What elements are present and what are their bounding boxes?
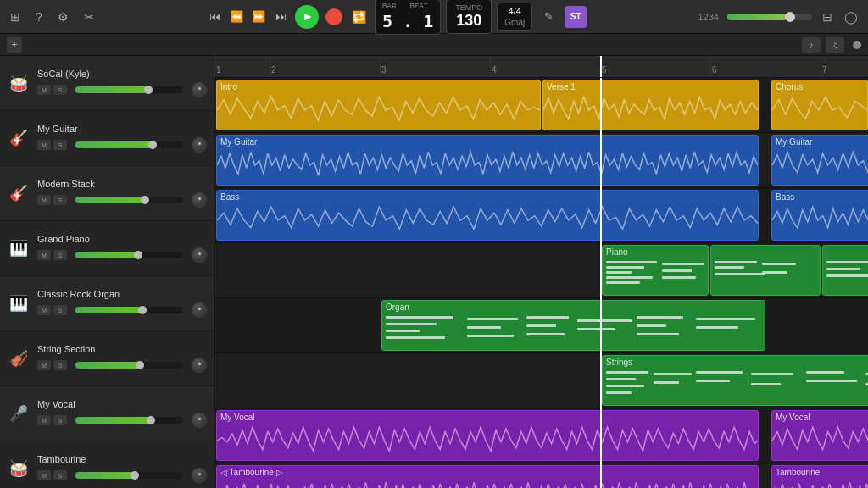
clip-vocal2[interactable]: My Vocal bbox=[771, 410, 868, 461]
master-volume-slider[interactable] bbox=[727, 14, 812, 20]
clip-piano3[interactable] bbox=[822, 245, 868, 296]
pan-knob-organ[interactable] bbox=[192, 302, 207, 318]
volume-guitar[interactable] bbox=[75, 141, 183, 148]
volume-grandpiano[interactable] bbox=[75, 252, 183, 258]
track-name-tambourine: Tambourine bbox=[37, 454, 207, 464]
track-name-vocal: My Vocal bbox=[37, 399, 207, 409]
clip-myguitar1[interactable]: My Guitar bbox=[216, 135, 759, 186]
pan-knob-grandpiano[interactable] bbox=[192, 247, 207, 263]
track-item-socal[interactable]: 🥁 SoCal (Kyle) M S bbox=[0, 56, 214, 111]
pan-dot-modernstack bbox=[198, 197, 201, 200]
solo-button-guitar[interactable]: S bbox=[53, 140, 67, 150]
solo-button-organ[interactable]: S bbox=[53, 305, 67, 315]
clip-tamb2[interactable]: Tambourine bbox=[771, 465, 868, 488]
pan-knob-strings[interactable] bbox=[192, 358, 207, 373]
pan-knob-vocal[interactable] bbox=[192, 413, 207, 428]
volume-socal[interactable] bbox=[75, 86, 183, 93]
tuner-button[interactable]: ✎ bbox=[539, 8, 558, 26]
mute-button-vocal[interactable]: M bbox=[37, 415, 51, 425]
time-sig-display[interactable]: 4/4 Gmaj bbox=[497, 3, 532, 30]
midi-note bbox=[637, 333, 679, 336]
ruler-mark-6: 6 bbox=[712, 65, 717, 75]
key-view-button[interactable]: ♪ bbox=[802, 37, 821, 53]
mute-button-grandpiano[interactable]: M bbox=[37, 250, 51, 260]
add-track-button[interactable]: + bbox=[7, 37, 22, 53]
clip-bass1[interactable]: Bass bbox=[216, 190, 759, 241]
skip-button[interactable]: ⏭ bbox=[273, 9, 288, 25]
clip-myguitar2[interactable]: My Guitar bbox=[771, 135, 868, 186]
midi-view-button[interactable]: ♫ bbox=[826, 37, 844, 53]
play-button[interactable] bbox=[295, 5, 319, 29]
mute-button-organ[interactable]: M bbox=[37, 305, 51, 315]
pan-knob-tambourine[interactable] bbox=[192, 468, 207, 483]
lane-grandpiano: Piano bbox=[214, 243, 868, 298]
record-button[interactable] bbox=[326, 8, 342, 25]
forward-button[interactable]: ⏩ bbox=[251, 9, 266, 25]
pan-knob-socal[interactable] bbox=[192, 82, 207, 97]
secondary-toolbar: + ♪ ♫ bbox=[0, 34, 868, 56]
track-info-modernstack: Modern Stack M S bbox=[37, 179, 207, 208]
position-readout[interactable]: BAR BEAT 5 . 1 bbox=[375, 0, 441, 35]
scissors-icon[interactable]: ✂ bbox=[82, 8, 96, 25]
track-item-strings[interactable]: 🎻 String Section M S bbox=[0, 331, 214, 386]
track-item-tambourine[interactable]: 🥁 Tambourine M S bbox=[0, 441, 214, 488]
volume-tambourine[interactable] bbox=[75, 472, 183, 479]
mute-button-socal[interactable]: M bbox=[37, 85, 51, 95]
library-icon[interactable]: ⊞ bbox=[8, 8, 22, 25]
track-item-guitar[interactable]: 🎸 My Guitar M S bbox=[0, 111, 214, 166]
piano-midi-notes1 bbox=[603, 254, 708, 293]
mute-button-modernstack[interactable]: M bbox=[37, 195, 51, 205]
inspector-icon[interactable]: ◯ bbox=[843, 8, 860, 25]
mute-button-tambourine[interactable]: M bbox=[37, 470, 51, 480]
browser-icon[interactable]: ⊟ bbox=[821, 8, 834, 25]
bar-beat: 5 . 1 bbox=[382, 11, 433, 31]
clip-chorus[interactable]: Chorus bbox=[771, 80, 868, 130]
solo-button-grandpiano[interactable]: S bbox=[53, 250, 67, 260]
solo-button-vocal[interactable]: S bbox=[53, 415, 67, 425]
mute-button-guitar[interactable]: M bbox=[37, 140, 51, 150]
track-icon-drum: 🥁 bbox=[7, 71, 31, 95]
volume-fill-socal bbox=[75, 86, 148, 93]
volume-thumb-socal bbox=[144, 86, 153, 94]
settings-icon[interactable]: ⚙ bbox=[56, 8, 70, 25]
clip-vocal1[interactable]: My Vocal bbox=[216, 410, 759, 461]
track-item-grandpiano[interactable]: 🎹 Grand Piano M S bbox=[0, 221, 214, 276]
midi-note bbox=[606, 391, 632, 394]
mute-button-strings[interactable]: M bbox=[37, 360, 51, 370]
smarttempo-badge[interactable]: ST bbox=[565, 6, 587, 28]
tempo-display[interactable]: TEMPO 130 bbox=[446, 0, 492, 34]
clip-strings1[interactable]: Strings bbox=[602, 355, 868, 406]
toolbar2-right: ♪ ♫ bbox=[802, 37, 861, 53]
track-item-vocal[interactable]: 🎤 My Vocal M S bbox=[0, 386, 214, 441]
clip-piano1[interactable]: Piano bbox=[602, 245, 709, 296]
clip-intro[interactable]: Intro bbox=[216, 80, 541, 130]
solo-button-strings[interactable]: S bbox=[53, 360, 67, 370]
main-toolbar: ⊞ ? ⚙ ✂ ⏮ ⏪ ⏩ ⏭ 🔁 BAR BEAT 5 . 1 TEMPO 1… bbox=[0, 0, 868, 34]
help-icon[interactable]: ? bbox=[34, 8, 44, 25]
volume-thumb-tambourine bbox=[131, 471, 139, 480]
volume-modernstack[interactable] bbox=[75, 197, 183, 203]
volume-organ[interactable] bbox=[75, 307, 183, 313]
pan-knob-guitar[interactable] bbox=[192, 137, 207, 152]
volume-strings[interactable] bbox=[75, 362, 183, 369]
clip-bass2[interactable]: Bass bbox=[771, 190, 868, 241]
lane-guitar: My Guitar My Guitar bbox=[214, 133, 868, 188]
midi-note bbox=[806, 380, 857, 382]
loop-button[interactable]: 🔁 bbox=[349, 8, 368, 26]
rewind-button[interactable]: ⏮ bbox=[207, 9, 222, 25]
back-button[interactable]: ⏪ bbox=[229, 9, 244, 25]
clip-tamb1[interactable]: ◁ Tambourine ▷ bbox=[216, 465, 759, 488]
pan-knob-modernstack[interactable] bbox=[192, 192, 207, 208]
clip-piano2[interactable] bbox=[710, 245, 821, 296]
volume-vocal[interactable] bbox=[75, 417, 183, 424]
clip-verse1[interactable]: Verse 1 bbox=[542, 80, 759, 130]
toolbar-right: 1234 ⊟ ◯ bbox=[698, 8, 860, 25]
solo-button-tambourine[interactable]: S bbox=[53, 470, 67, 480]
track-item-modernstack[interactable]: 🎸 Modern Stack M S bbox=[0, 166, 214, 221]
midi-note bbox=[606, 385, 644, 387]
clip-organ1[interactable]: Organ bbox=[381, 300, 765, 351]
track-item-organ[interactable]: 🎹 Classic Rock Organ M S bbox=[0, 276, 214, 331]
solo-button-modernstack[interactable]: S bbox=[53, 195, 67, 205]
track-info-grandpiano: Grand Piano M S bbox=[37, 234, 207, 263]
solo-button-socal[interactable]: S bbox=[53, 85, 67, 95]
